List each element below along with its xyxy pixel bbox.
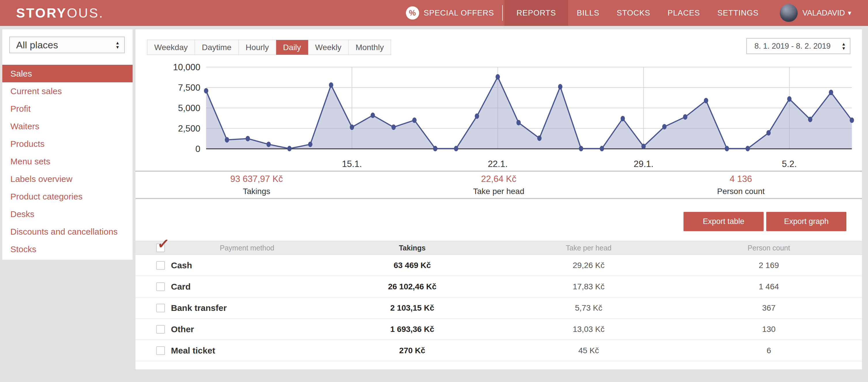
svg-text:22.1.: 22.1.: [488, 159, 508, 169]
summary-person-count: 4 136 Person count: [620, 172, 862, 198]
sidebar-item-stocks[interactable]: Stocks: [2, 240, 133, 258]
summary-bar: 93 637,97 Kč Takings 22,64 Kč Take per h…: [135, 171, 862, 199]
summary-takings: 93 637,97 Kč Takings: [135, 172, 378, 198]
table-row-meal-ticket: Meal ticket 270 Kč 45 Kč 6: [135, 340, 862, 361]
row-checkbox[interactable]: [156, 282, 165, 291]
svg-text:5.2.: 5.2.: [782, 159, 797, 169]
sidebar: All places ▲ ▼ Sales Current sales Profi…: [2, 29, 133, 259]
summary-take-per-head-label: Take per head: [473, 187, 524, 196]
row-checkbox[interactable]: [156, 346, 165, 355]
export-buttons: Export table Export graph: [683, 212, 846, 231]
header-person-count[interactable]: Person count: [697, 244, 841, 252]
nav-item-reports[interactable]: REPORTS: [504, 0, 568, 26]
takings-cell: 270 Kč: [340, 346, 484, 355]
row-checkbox[interactable]: [156, 261, 165, 270]
arrow-up-icon: ▲: [115, 41, 120, 45]
check-icon: ✓: [157, 236, 170, 252]
user-avatar[interactable]: [780, 4, 798, 22]
header-take-per-head[interactable]: Take per head: [517, 244, 661, 252]
sidebar-item-current-sales[interactable]: Current sales: [2, 82, 133, 100]
takings-cell: 2 103,15 Kč: [340, 303, 484, 313]
sidebar-item-product-categories[interactable]: Product categories: [2, 188, 133, 205]
user-menu[interactable]: VALADAVID ▾: [802, 9, 851, 18]
nav-item-places[interactable]: PLACES: [659, 0, 709, 26]
export-graph-button[interactable]: Export graph: [766, 212, 846, 231]
takings-cell: 63 469 Kč: [340, 261, 484, 270]
take-per-head-cell: 5,73 Kč: [517, 303, 661, 313]
nav-item-settings[interactable]: SETTINGS: [709, 0, 767, 26]
sidebar-item-menu-sets[interactable]: Menu sets: [2, 152, 133, 170]
export-table-button[interactable]: Export table: [683, 212, 764, 231]
nav-divider: [502, 5, 503, 21]
sidebar-item-desks[interactable]: Desks: [2, 205, 133, 223]
person-count-cell: 367: [697, 303, 841, 313]
nav-menu: % SPECIAL OFFERS REPORTS BILLS STOCKS PL…: [406, 0, 851, 26]
sidebar-menu: Sales Current sales Profit Waiters Produ…: [2, 65, 133, 258]
table-header-row: ✓ Payment method Takings Take per head P…: [135, 241, 862, 255]
summary-takings-label: Takings: [243, 187, 270, 196]
person-count-cell: 130: [697, 325, 841, 334]
summary-person-count-label: Person count: [717, 187, 765, 196]
select-all-checkbox[interactable]: ✓: [156, 244, 165, 252]
take-per-head-cell: 13,03 Kč: [517, 325, 661, 334]
svg-text:15.1.: 15.1.: [342, 159, 362, 169]
place-filter-select[interactable]: All places ▲ ▼: [9, 37, 125, 53]
sidebar-item-labels-overview[interactable]: Labels overview: [2, 170, 133, 188]
logo-text-light: OUS.: [67, 5, 104, 21]
nav-item-special-offers[interactable]: SPECIAL OFFERS: [424, 9, 494, 18]
payment-method-cell: Other: [171, 324, 194, 334]
row-checkbox[interactable]: [156, 325, 165, 334]
takings-cell: 26 102,46 Kč: [340, 282, 484, 291]
percent-badge-icon: %: [406, 6, 419, 20]
svg-text:5,000: 5,000: [178, 103, 200, 113]
user-name: VALADAVID: [802, 9, 845, 18]
table-row-other: Other 1 693,36 Kč 13,03 Kč 130: [135, 319, 862, 340]
svg-text:29.1.: 29.1.: [633, 159, 653, 169]
storyous-logo: STORYOUS.: [16, 0, 104, 26]
caret-down-icon: ▾: [848, 9, 851, 17]
sidebar-item-sales[interactable]: Sales: [2, 65, 133, 82]
payment-method-cell: Bank transfer: [171, 303, 226, 313]
take-per-head-cell: 45 Kč: [517, 346, 661, 355]
person-count-cell: 1 464: [697, 282, 841, 291]
svg-text:7,500: 7,500: [178, 82, 200, 93]
table-row-card: Card 26 102,46 Kč 17,83 Kč 1 464: [135, 276, 862, 298]
take-per-head-cell: 29,26 Kč: [517, 261, 661, 270]
sidebar-item-products[interactable]: Products: [2, 135, 133, 152]
logo-text-bold: STORY: [16, 5, 67, 21]
takings-cell: 1 693,36 Kč: [340, 325, 484, 334]
select-arrows-icon: ▲ ▼: [115, 41, 120, 49]
svg-text:2,500: 2,500: [178, 124, 200, 134]
summary-person-count-value: 4 136: [730, 174, 752, 184]
place-filter-value: All places: [16, 39, 58, 51]
header-takings[interactable]: Takings: [340, 244, 484, 252]
table-row-cash: Cash 63 469 Kč 29,26 Kč 2 169: [135, 255, 862, 276]
sidebar-item-profit[interactable]: Profit: [2, 100, 133, 117]
payments-table: ✓ Payment method Takings Take per head P…: [135, 241, 862, 361]
nav-item-stocks[interactable]: STOCKS: [608, 0, 659, 26]
take-per-head-cell: 17,83 Kč: [517, 282, 661, 291]
payment-method-cell: Card: [171, 282, 191, 291]
summary-take-per-head: 22,64 Kč Take per head: [378, 172, 620, 198]
svg-text:0: 0: [195, 144, 200, 154]
main-panel: Weekday Daytime Hourly Daily Weekly Mont…: [135, 29, 862, 369]
top-nav-bar: STORYOUS. % SPECIAL OFFERS REPORTS BILLS…: [0, 0, 868, 26]
table-row-bank-transfer: Bank transfer 2 103,15 Kč 5,73 Kč 367: [135, 298, 862, 319]
payment-method-cell: Meal ticket: [171, 346, 215, 355]
payment-method-cell: Cash: [171, 261, 192, 270]
nav-item-bills[interactable]: BILLS: [568, 0, 608, 26]
row-checkbox[interactable]: [156, 304, 165, 312]
screen: STORYOUS. % SPECIAL OFFERS REPORTS BILLS…: [0, 0, 868, 382]
summary-takings-value: 93 637,97 Kč: [230, 174, 283, 184]
svg-text:10,000: 10,000: [173, 62, 200, 72]
sidebar-item-waiters[interactable]: Waiters: [2, 117, 133, 135]
arrow-down-icon: ▼: [115, 45, 120, 49]
person-count-cell: 6: [697, 346, 841, 355]
sidebar-item-discounts-cancellations[interactable]: Discounts and cancellations: [2, 223, 133, 240]
summary-take-per-head-value: 22,64 Kč: [481, 174, 516, 184]
person-count-cell: 2 169: [697, 261, 841, 270]
header-payment-method[interactable]: Payment method: [175, 244, 319, 252]
